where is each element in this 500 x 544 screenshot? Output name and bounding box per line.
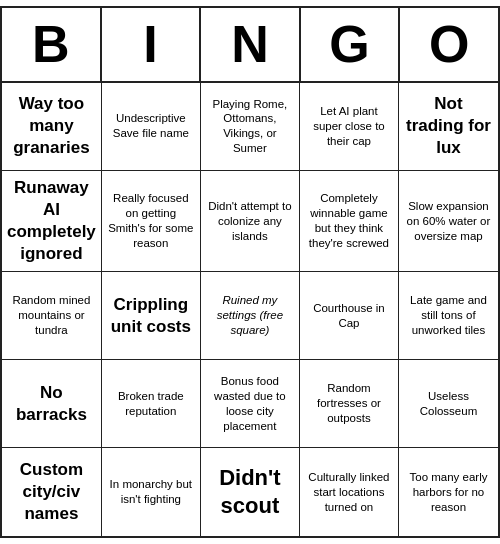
bingo-cell-1[interactable]: Undescriptive Save file name [102,83,201,171]
bingo-header: BINGO [2,8,498,83]
bingo-cell-15[interactable]: No barracks [2,360,102,448]
bingo-letter-i: I [102,8,202,81]
bingo-cell-13[interactable]: Courthouse in Cap [300,272,399,360]
bingo-letter-o: O [400,8,498,81]
bingo-letter-n: N [201,8,301,81]
bingo-letter-g: G [301,8,401,81]
bingo-cell-22[interactable]: Didn't scout [201,448,300,536]
bingo-card: BINGO Way too many granariesUndescriptiv… [0,6,500,539]
bingo-cell-6[interactable]: Really focused on getting Smith's for so… [102,171,201,272]
bingo-cell-21[interactable]: In monarchy but isn't fighting [102,448,201,536]
bingo-cell-10[interactable]: Random mined mountains or tundra [2,272,102,360]
bingo-cell-5[interactable]: Runaway AI completely ignored [2,171,102,272]
bingo-cell-17[interactable]: Bonus food wasted due to loose city plac… [201,360,300,448]
bingo-cell-18[interactable]: Random fortresses or outposts [300,360,399,448]
bingo-cell-20[interactable]: Custom city/civ names [2,448,102,536]
bingo-cell-23[interactable]: Culturally linked start locations turned… [300,448,399,536]
bingo-cell-19[interactable]: Useless Colosseum [399,360,498,448]
bingo-cell-7[interactable]: Didn't attempt to colonize any islands [201,171,300,272]
bingo-letter-b: B [2,8,102,81]
bingo-cell-11[interactable]: Crippling unit costs [102,272,201,360]
bingo-cell-0[interactable]: Way too many granaries [2,83,102,171]
bingo-cell-4[interactable]: Not trading for lux [399,83,498,171]
bingo-cell-12[interactable]: Ruined my settings (free square) [201,272,300,360]
bingo-cell-14[interactable]: Late game and still tons of unworked til… [399,272,498,360]
bingo-grid: Way too many granariesUndescriptive Save… [2,83,498,536]
bingo-cell-24[interactable]: Too many early harbors for no reason [399,448,498,536]
bingo-cell-8[interactable]: Completely winnable game but they think … [300,171,399,272]
bingo-cell-3[interactable]: Let AI plant super close to their cap [300,83,399,171]
bingo-cell-16[interactable]: Broken trade reputation [102,360,201,448]
bingo-cell-2[interactable]: Playing Rome, Ottomans, Vikings, or Sume… [201,83,300,171]
bingo-cell-9[interactable]: Slow expansion on 60% water or oversize … [399,171,498,272]
